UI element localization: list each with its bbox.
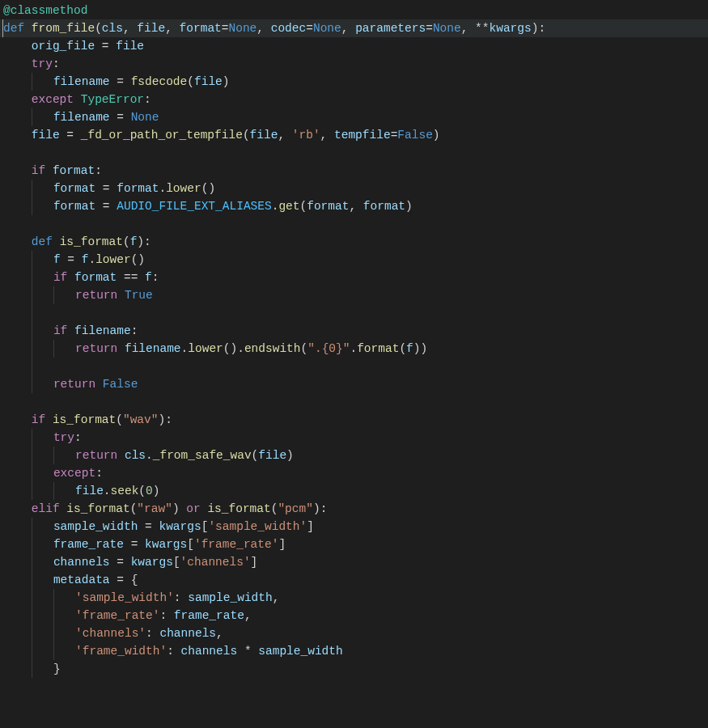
string: 'channels': [75, 627, 146, 640]
bool: True: [125, 289, 153, 302]
colon: :: [152, 271, 159, 284]
code-line[interactable]: return filename.lower().endswith(".{0}".…: [0, 340, 708, 358]
var: channels: [53, 556, 110, 569]
code-line[interactable]: 'frame_rate': frame_rate,: [0, 607, 708, 624]
code-line[interactable]: [0, 304, 708, 322]
code-line[interactable]: try:: [0, 429, 708, 447]
var: filename: [125, 342, 181, 355]
code-line[interactable]: [0, 144, 708, 162]
var: f: [53, 253, 61, 266]
string: 'sample_width': [75, 591, 174, 604]
code-line[interactable]: if filename:: [0, 322, 708, 340]
code-line[interactable]: if is_format("wav"):: [0, 411, 708, 429]
var: filename: [74, 324, 131, 337]
cursor-icon: [2, 19, 3, 37]
code-line[interactable]: try:: [0, 55, 708, 73]
code-line[interactable]: def is_format(f):: [0, 233, 708, 251]
fn: fsdecode: [131, 75, 188, 88]
keyword-return: return: [75, 449, 125, 462]
const: AUDIO_FILE_EXT_ALIASES: [117, 200, 271, 213]
code-line[interactable]: f = f.lower(): [0, 251, 708, 269]
var: format: [53, 200, 95, 213]
code-line[interactable]: metadata = {: [0, 571, 708, 589]
kwarg: tempfile: [334, 129, 391, 142]
keyword-if: if: [32, 413, 53, 426]
var: file: [75, 485, 104, 497]
method: endswith: [244, 342, 301, 355]
code-line[interactable]: [0, 393, 708, 411]
var: format: [117, 182, 159, 195]
code-line[interactable]: except TypeError:: [0, 91, 708, 108]
var: channels: [181, 645, 238, 658]
keyword-return: return: [75, 289, 125, 302]
keyword-def: def: [3, 22, 32, 35]
code-line[interactable]: return False: [0, 375, 708, 393]
method: get: [278, 200, 299, 213]
fn: is_format: [60, 235, 123, 248]
eq: =: [110, 556, 131, 569]
var: kwargs: [131, 556, 173, 569]
code-line[interactable]: filename = None: [0, 108, 708, 126]
var: file: [116, 40, 144, 53]
eq: =: [124, 538, 145, 551]
fn: _fd_or_path_or_tempfile: [81, 129, 243, 142]
code-line[interactable]: filename = fsdecode(file): [0, 73, 708, 91]
code-line[interactable]: return True: [0, 286, 708, 304]
string: 'rb': [292, 129, 320, 142]
method: format: [357, 342, 399, 355]
code-line[interactable]: if format == f:: [0, 269, 708, 286]
code-line[interactable]: sample_width = kwargs['sample_width']: [0, 518, 708, 535]
code-line[interactable]: def from_file(cls, file, format=None, co…: [0, 19, 708, 37]
code-line[interactable]: frame_rate = kwargs['frame_rate']: [0, 535, 708, 553]
var: metadata: [53, 574, 110, 586]
code-line[interactable]: channels = kwargs['channels']: [0, 553, 708, 571]
eq: =: [222, 22, 229, 35]
exception-type: TypeError: [81, 93, 144, 106]
code-line[interactable]: 'sample_width': sample_width,: [0, 589, 708, 607]
var: format: [363, 200, 405, 213]
string: 'frame_rate': [194, 538, 278, 551]
var: format: [307, 200, 349, 213]
code-line[interactable]: format = format.lower(): [0, 180, 708, 197]
code-line[interactable]: @classmethod: [0, 2, 708, 19]
method: lower: [188, 342, 223, 355]
var: f: [145, 271, 152, 284]
decorator-at: @: [3, 4, 11, 17]
code-line[interactable]: orig_file = file: [0, 37, 708, 55]
code-line[interactable]: 'channels': channels,: [0, 624, 708, 642]
keyword-return: return: [75, 342, 125, 355]
keyword-or: or: [180, 502, 208, 515]
code-line[interactable]: format = AUDIO_FILE_EXT_ALIASES.get(form…: [0, 197, 708, 215]
colon: :: [131, 324, 138, 337]
keyword-def: def: [32, 235, 60, 248]
code-line[interactable]: [0, 358, 708, 375]
code-line[interactable]: file = _fd_or_path_or_tempfile(file, 'rb…: [0, 126, 708, 144]
comma: ,: [123, 22, 137, 35]
param: kwargs: [490, 22, 532, 35]
code-line[interactable]: if format:: [0, 162, 708, 180]
code-line[interactable]: 'frame_width': channels * sample_width: [0, 642, 708, 660]
colon: :: [95, 467, 103, 480]
var: kwargs: [145, 538, 187, 551]
comma: ,: [165, 22, 179, 35]
method: _from_safe_wav: [153, 449, 252, 462]
code-line[interactable]: [0, 215, 708, 233]
code-line[interactable]: file.seek(0): [0, 482, 708, 500]
var: sample_width: [53, 520, 138, 533]
none: None: [229, 22, 257, 35]
none: None: [131, 111, 159, 124]
keyword-if: if: [53, 324, 74, 337]
keyword-try: try: [53, 431, 74, 444]
string: 'frame_rate': [75, 609, 159, 622]
colon: :: [538, 22, 545, 35]
code-line[interactable]: elif is_format("raw") or is_format("pcm"…: [0, 500, 708, 518]
var: filename: [53, 75, 110, 88]
code-editor[interactable]: @classmethod def from_file(cls, file, fo…: [0, 0, 708, 678]
comma: ,: [256, 22, 270, 35]
code-line[interactable]: }: [0, 660, 708, 678]
var: frame_rate: [174, 609, 244, 622]
var: file: [32, 129, 60, 142]
code-line[interactable]: return cls._from_safe_wav(file): [0, 447, 708, 464]
param: codec: [271, 22, 307, 35]
code-line[interactable]: except:: [0, 464, 708, 482]
